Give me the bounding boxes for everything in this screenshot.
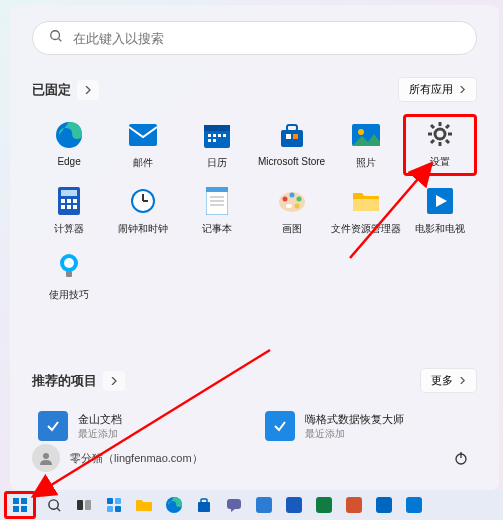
svg-rect-32 [61,205,65,209]
notepad-icon [202,186,232,216]
calendar-icon [202,120,232,150]
settings-icon [425,119,455,149]
edge-icon [54,120,84,150]
svg-rect-69 [115,498,121,504]
taskbar-start-button[interactable] [4,491,36,519]
svg-rect-63 [21,506,27,512]
svg-rect-75 [227,499,241,509]
taskbar-app-button[interactable] [312,493,336,517]
recommended-title: 推荐的项目 [32,372,97,390]
app-tile-movies[interactable]: 电影和电视 [403,180,477,242]
svg-point-17 [358,129,364,135]
app-tile-explorer[interactable]: 文件资源管理器 [329,180,403,242]
search-icon [49,29,63,47]
chevron-right-icon [110,377,118,385]
app-label: 画图 [282,222,302,236]
app-icon [38,411,68,441]
power-button[interactable] [445,442,477,474]
taskbar-edge-button[interactable] [162,493,186,517]
svg-rect-53 [66,271,72,277]
movies-icon [425,186,455,216]
app-tile-paint[interactable]: 画图 [254,180,328,242]
app-label: 闹钟和时钟 [118,222,168,236]
app-label: 计算器 [54,222,84,236]
svg-point-49 [286,204,292,208]
svg-rect-12 [281,130,303,147]
user-name: 零分猫（lingfenmao.com） [70,451,203,466]
svg-rect-28 [61,190,77,196]
recommended-item[interactable]: 金山文档 最近添加 [32,405,251,447]
app-label: 电影和电视 [415,222,465,236]
svg-rect-71 [115,506,121,512]
app-tile-settings[interactable]: 设置 [403,114,477,176]
pinned-chevron-button[interactable] [77,80,99,100]
widgets-icon [106,497,122,513]
svg-rect-50 [353,199,379,211]
svg-rect-61 [21,498,27,504]
svg-rect-30 [67,199,71,203]
mail-icon [128,120,158,150]
svg-point-18 [435,129,445,139]
app-tile-store[interactable]: Microsoft Store [254,114,328,176]
svg-rect-74 [201,499,207,503]
edge-icon [165,496,183,514]
app-label: 设置 [430,155,450,169]
svg-rect-68 [107,498,113,504]
app-tile-clock[interactable]: 闹钟和时钟 [106,180,180,242]
svg-rect-66 [77,500,83,510]
app-tile-tips[interactable]: 使用技巧 [32,246,106,308]
all-apps-button[interactable]: 所有应用 [398,77,477,102]
tips-icon [54,252,84,282]
taskbar [0,490,503,520]
taskbar-store-button[interactable] [192,493,216,517]
svg-rect-60 [13,498,19,504]
recommended-subtitle: 最近添加 [305,427,404,441]
recommended-title: 金山文档 [78,412,122,427]
start-menu: 已固定 所有应用 Edge 邮件 日历 Microsoft Store 照片 设… [10,5,499,490]
app-tile-photos[interactable]: 照片 [329,114,403,176]
svg-rect-67 [85,500,91,510]
svg-point-57 [43,453,49,459]
app-label: Edge [57,156,80,167]
app-tile-calendar[interactable]: 日历 [180,114,254,176]
svg-line-24 [446,140,449,143]
power-icon [453,450,469,466]
taskbar-taskview-button[interactable] [72,493,96,517]
user-account-button[interactable]: 零分猫（lingfenmao.com） [32,444,203,472]
taskbar-widgets-button[interactable] [102,493,126,517]
recommended-item[interactable]: 嗨格式数据恢复大师 最近添加 [259,405,478,447]
svg-point-48 [294,204,299,209]
taskbar-search-button[interactable] [42,493,66,517]
user-icon [38,450,54,466]
avatar [32,444,60,472]
taskbar-explorer-button[interactable] [132,493,156,517]
svg-rect-14 [286,134,291,139]
taskbar-chat-button[interactable] [222,493,246,517]
taskbar-app-button[interactable] [402,493,426,517]
app-tile-notepad[interactable]: 记事本 [180,180,254,242]
svg-point-64 [48,499,57,508]
svg-line-25 [431,140,434,143]
svg-line-65 [57,508,60,511]
taskbar-app-button[interactable] [372,493,396,517]
taskbar-app-button[interactable] [342,493,366,517]
chevron-right-icon [84,86,92,94]
app-tile-edge[interactable]: Edge [32,114,106,176]
app-label: 邮件 [133,156,153,170]
recommended-chevron-button[interactable] [103,371,125,391]
search-input[interactable] [73,31,460,46]
more-label: 更多 [431,373,453,388]
taskbar-app-button[interactable] [282,493,306,517]
svg-rect-5 [204,125,230,131]
app-tile-calc[interactable]: 计算器 [32,180,106,242]
svg-rect-8 [218,134,221,137]
app-label: 记事本 [202,222,232,236]
svg-rect-9 [223,134,226,137]
search-box[interactable] [32,21,477,55]
taskbar-app-button[interactable] [252,493,276,517]
more-button[interactable]: 更多 [420,368,477,393]
svg-rect-62 [13,506,19,512]
svg-point-54 [64,258,74,268]
app-tile-mail[interactable]: 邮件 [106,114,180,176]
chevron-right-icon [459,86,466,93]
